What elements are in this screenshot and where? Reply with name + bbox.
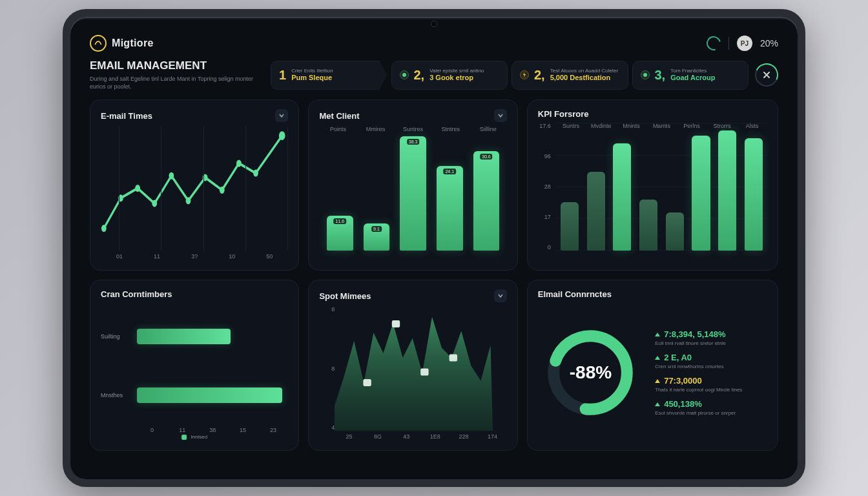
card-title: Elmail Connrnctes: [538, 289, 612, 299]
stats-list: 7:8,394, 5,148% Eoll tnnl rvall tlnore s…: [655, 303, 767, 442]
tablet-bezel: Migtiore PJ 20% EMAIL MANAGEMENT During …: [63, 9, 805, 487]
y-axis: 884: [319, 306, 335, 431]
x-axis: 01113?1050: [101, 253, 288, 260]
close-button[interactable]: [755, 63, 778, 87]
card-cran: Cran Corntimbers Suilting Mnsthes: [90, 280, 299, 451]
header-percent: 20%: [760, 38, 778, 48]
step-number: 2,: [414, 68, 425, 83]
donut-and-stats: -88% 7:8,394, 5,148% Eoll tnnl rvall tln…: [538, 303, 767, 442]
top-bar: Migtiore PJ 20%: [90, 35, 778, 52]
x-axis: 011381523: [101, 427, 288, 433]
card-title: Spot Mimees: [319, 291, 371, 301]
svg-point-8: [203, 174, 208, 181]
step-number: 3,: [655, 68, 666, 83]
step-caption: Test Atuoos on Auadd Coleter: [550, 68, 618, 74]
card-email-times: E-mail Times 011: [90, 99, 299, 271]
svg-point-2: [101, 225, 107, 232]
card-title: KPI Forsrore: [538, 109, 589, 119]
info-icon: [400, 70, 409, 79]
svg-point-1: [643, 73, 647, 77]
step-number: 2,: [534, 68, 545, 83]
step-label: Goad Acroup: [670, 74, 715, 81]
title-row: EMAIL MANAGEMENT During and salt Egeline…: [90, 59, 778, 90]
svg-point-3: [118, 194, 123, 202]
svg-point-7: [186, 198, 191, 205]
page-title-block: EMAIL MANAGEMENT During and salt Egeline…: [90, 59, 258, 90]
bar-chart[interactable]: 17.69628170 SuntrsMvdinteMnin: [538, 123, 767, 262]
bar-chart[interactable]: 11.6 9.1 38.3 24.1 30.6 PointsMmiresSunt…: [319, 126, 506, 262]
step-label: 5,000 Destfication: [550, 74, 618, 81]
donut-center-label: -88%: [570, 362, 612, 383]
progress-ring-icon[interactable]: [704, 34, 723, 53]
expand-button[interactable]: [494, 109, 507, 122]
step-2[interactable]: 2, Valer episite srnil antino 3 Gook etr…: [391, 61, 508, 90]
card-spot: Spot Mimees 884: [308, 280, 517, 451]
steps-strip: 1 Crier Enils Iliettion Pum Sleque 2, Va…: [271, 59, 778, 90]
trend-up-icon: [655, 333, 660, 336]
area-chart-svg: [319, 306, 506, 431]
trend-up-icon: [655, 402, 660, 406]
svg-point-4: [135, 185, 140, 192]
step-caption: Torn Fnanlicites: [670, 68, 715, 74]
step-4[interactable]: 3, Torn Fnanlicites Goad Acroup: [632, 61, 749, 90]
brand-name: Migtiore: [112, 37, 154, 49]
divider: [728, 37, 729, 50]
front-camera: [431, 21, 437, 27]
expand-button[interactable]: [494, 289, 507, 302]
svg-point-6: [169, 172, 174, 180]
brand-logo-icon: [90, 35, 107, 52]
svg-point-11: [253, 170, 258, 177]
legend: Innised: [181, 434, 207, 440]
trend-up-icon: [655, 379, 660, 383]
bolt-icon: [520, 70, 529, 79]
step-caption: Crier Enils Iliettion: [291, 68, 333, 74]
hbar-chart[interactable]: Suilting Mnsthes 011381523 Innised: [101, 303, 288, 442]
y-axis: 17.69628170: [538, 123, 553, 251]
svg-rect-15: [421, 369, 429, 376]
card-met-client: Met Client 11.6 9.1 38.3 24.1 30.6 Point…: [308, 99, 517, 271]
svg-rect-14: [392, 320, 400, 327]
step-caption: Valer episite srnil antino: [429, 68, 484, 74]
stat-item: 7:8,394, 5,148% Eoll tnnl rvall tlnore s…: [655, 329, 767, 346]
chevron-down-icon: [497, 293, 504, 299]
chevron-down-icon: [497, 112, 504, 119]
line-chart[interactable]: 01113?1050: [101, 126, 288, 262]
card-kpi: KPI Forsrore 17.69628170: [527, 99, 778, 271]
stat-item: 77:3,0000 Thats it narle coprnot oogi Mi…: [655, 376, 767, 393]
svg-rect-13: [364, 379, 371, 386]
step-1[interactable]: 1 Crier Enils Iliettion Pum Sleque: [271, 61, 388, 90]
avatar[interactable]: PJ: [737, 36, 752, 51]
app-screen: Migtiore PJ 20% EMAIL MANAGEMENT During …: [70, 19, 798, 479]
step-3[interactable]: 2, Test Atuoos on Auadd Coleter 5,000 De…: [512, 61, 628, 90]
area-chart[interactable]: 884 258G431E8228174: [319, 306, 506, 442]
top-right-controls: PJ 20%: [707, 36, 778, 51]
step-label: 3 Gook etrop: [429, 74, 484, 81]
line-chart-svg: [101, 126, 288, 251]
card-email-conn: Elmail Connrnctes -88% 7:8,394, 5,148% E: [527, 280, 778, 451]
x-axis: 258G431E8228174: [319, 433, 506, 440]
trend-up-icon: [655, 356, 660, 360]
card-title: E-mail Times: [101, 111, 152, 121]
card-title: Cran Corntimbers: [101, 289, 172, 299]
svg-rect-16: [450, 355, 457, 362]
expand-button[interactable]: [275, 109, 288, 122]
step-number: 1: [279, 68, 286, 83]
stat-item: 450,138% Esol shvorde rnait plrorse or s…: [655, 399, 767, 416]
donut-chart[interactable]: -88%: [538, 303, 643, 442]
stat-item: 2 E, A0 Cren srnl mnwthorins cmortes: [655, 353, 767, 369]
svg-point-5: [152, 200, 157, 207]
card-title: Met Client: [319, 111, 359, 121]
page-subtitle: During and salt Egeline tinl Larde Mant …: [90, 75, 258, 90]
chevron-down-icon: [278, 112, 285, 119]
close-icon: [763, 71, 770, 79]
svg-point-9: [220, 187, 225, 194]
svg-point-12: [279, 132, 285, 141]
svg-point-0: [402, 73, 406, 77]
dashboard-grid: E-mail Times 011: [90, 99, 778, 451]
brand[interactable]: Migtiore: [90, 35, 154, 52]
dot-icon: [641, 70, 650, 79]
svg-point-10: [236, 160, 242, 167]
step-label: Pum Sleque: [291, 74, 333, 81]
page-title: EMAIL MANAGEMENT: [90, 59, 258, 72]
